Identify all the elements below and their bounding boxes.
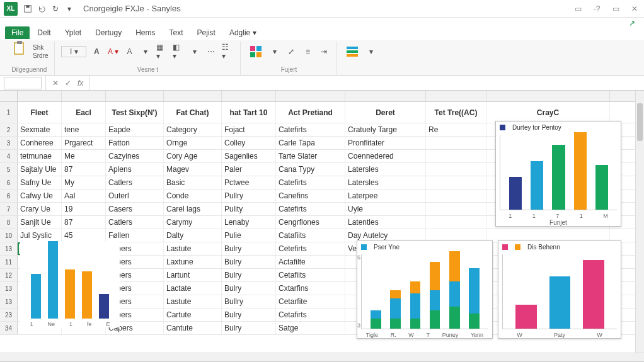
- cell[interactable]: Tarte Slater: [276, 150, 345, 162]
- col-header[interactable]: [18, 91, 62, 101]
- cell[interactable]: Lartunt: [164, 269, 222, 281]
- cell[interactable]: Aal: [62, 189, 106, 202]
- cell[interactable]: Outerl: [106, 189, 164, 202]
- cell[interactable]: [426, 189, 486, 202]
- cell[interactable]: Sagenlies: [222, 150, 276, 162]
- chart-top-right[interactable]: Durtey tor Pentoy 1171M Funjet: [495, 121, 621, 227]
- cell[interactable]: Re: [426, 123, 486, 136]
- cell[interactable]: tene: [62, 123, 106, 136]
- row-header[interactable]: 11: [0, 256, 18, 268]
- cell[interactable]: Fat Chat): [164, 102, 222, 123]
- chart-bottom-middle[interactable]: Pser Yne 53 TigleR.WTPuneyYenn: [357, 240, 493, 339]
- cell[interactable]: Aplens: [106, 163, 164, 176]
- cell[interactable]: Latersles: [345, 163, 426, 176]
- col-header[interactable]: [106, 91, 164, 101]
- menu-item[interactable]: Adglie ▾: [223, 26, 263, 39]
- styles-dropdown-icon[interactable]: ▾: [365, 46, 377, 57]
- row-header[interactable]: 2: [0, 123, 18, 136]
- redo-icon[interactable]: ↻: [50, 4, 60, 14]
- fill-color-button[interactable]: ◧ ▾: [172, 46, 185, 57]
- col-header[interactable]: [345, 91, 426, 101]
- cell[interactable]: Cetefirts: [276, 242, 345, 255]
- cell[interactable]: Satge: [276, 322, 345, 334]
- select-all-button[interactable]: [0, 91, 18, 101]
- cell[interactable]: Pulie: [222, 229, 276, 242]
- worksheet-area[interactable]: 1 Fleet Eacl Test Sixp(N') Fat Chat) hat…: [0, 91, 644, 353]
- cell[interactable]: Pullry: [222, 189, 276, 202]
- menu-item[interactable]: Hems: [129, 26, 161, 39]
- col-header[interactable]: [164, 91, 222, 101]
- qat-dropdown-icon[interactable]: ▾: [64, 4, 74, 14]
- cell[interactable]: Bulry: [222, 308, 276, 321]
- cell[interactable]: Latentles: [345, 216, 426, 229]
- cell[interactable]: Cantute: [164, 322, 222, 334]
- merge-icon[interactable]: ⤢: [285, 46, 297, 57]
- ribbon-options-icon[interactable]: ▭: [572, 3, 584, 14]
- row-header[interactable]: 12: [0, 269, 18, 281]
- enter-formula-icon[interactable]: ✓: [65, 79, 71, 88]
- font-color-button[interactable]: A ▾: [106, 46, 119, 57]
- row-header[interactable]: 6: [0, 189, 18, 202]
- format-icon[interactable]: ⋯: [205, 46, 217, 57]
- cell[interactable]: Prgarect: [62, 137, 106, 149]
- cell[interactable]: Catafiits: [276, 229, 345, 242]
- row-header[interactable]: 13: [0, 282, 18, 295]
- cell[interactable]: Safny Ue: [18, 176, 62, 189]
- copy-button[interactable]: Srdre: [33, 52, 48, 59]
- cell[interactable]: Basic: [164, 176, 222, 189]
- cell[interactable]: Cetafirts: [276, 308, 345, 321]
- menu-item[interactable]: Delt: [31, 26, 57, 39]
- wrap-icon[interactable]: ≡: [301, 46, 314, 57]
- cell[interactable]: Latersles: [345, 176, 426, 189]
- scrollbar-thumb[interactable]: [637, 103, 643, 141]
- cell[interactable]: Catefirts: [276, 203, 345, 215]
- col-header[interactable]: [486, 91, 610, 101]
- cell[interactable]: 19: [62, 203, 106, 215]
- cell[interactable]: Sexmate: [18, 123, 62, 136]
- col-header[interactable]: [62, 91, 106, 101]
- cell[interactable]: [426, 203, 486, 215]
- cut-button[interactable]: Shk: [33, 44, 48, 51]
- cell[interactable]: Magev: [164, 163, 222, 176]
- cell[interactable]: 87: [62, 216, 106, 229]
- cell[interactable]: Paler: [222, 163, 276, 176]
- font-size-dec-icon[interactable]: ▾: [139, 46, 152, 57]
- cell[interactable]: Catefirts: [276, 123, 345, 136]
- save-icon[interactable]: [23, 4, 33, 14]
- row-header[interactable]: 10: [0, 229, 18, 242]
- cell[interactable]: Laterpee: [345, 189, 426, 202]
- col-header[interactable]: [276, 91, 345, 101]
- row-header[interactable]: 13: [0, 295, 18, 308]
- cell[interactable]: Laxtune: [164, 256, 222, 268]
- cell[interactable]: Bulry: [222, 282, 276, 295]
- cell[interactable]: Jul Syslic: [18, 229, 62, 242]
- close-icon[interactable]: ✕: [629, 3, 640, 14]
- cell[interactable]: Cafwy Ue: [18, 189, 62, 202]
- cell[interactable]: Dalty: [164, 229, 222, 242]
- cell[interactable]: Catlers: [106, 176, 164, 189]
- cell[interactable]: Lenaby: [222, 216, 276, 229]
- cell[interactable]: Day Autelcy: [345, 229, 426, 242]
- cell[interactable]: Bulry: [222, 256, 276, 268]
- undo-icon[interactable]: [37, 4, 47, 14]
- styles-icon[interactable]: [343, 43, 361, 60]
- row-header[interactable]: 3: [0, 137, 18, 149]
- row-header[interactable]: 1: [0, 102, 18, 123]
- cell[interactable]: Cartute: [164, 308, 222, 321]
- row-header[interactable]: 23: [0, 308, 18, 321]
- cell[interactable]: 87: [62, 163, 106, 176]
- cell[interactable]: [426, 163, 486, 176]
- cell[interactable]: Cengrflones: [276, 216, 345, 229]
- cell[interactable]: [426, 150, 486, 162]
- paste-button[interactable]: [10, 40, 29, 63]
- cell[interactable]: Bulry: [222, 322, 276, 334]
- cell[interactable]: Coennedered: [345, 150, 426, 162]
- cell[interactable]: Lastute: [164, 242, 222, 255]
- chart-inline-left[interactable]: 1Ne1feE: [20, 242, 120, 327]
- align-dropdown-icon[interactable]: ▾: [268, 46, 281, 57]
- cell[interactable]: Crary Ue: [18, 203, 62, 215]
- cell[interactable]: Eapde: [106, 123, 164, 136]
- name-box[interactable]: [4, 77, 42, 89]
- col-header[interactable]: [222, 91, 276, 101]
- col-header[interactable]: [426, 91, 486, 101]
